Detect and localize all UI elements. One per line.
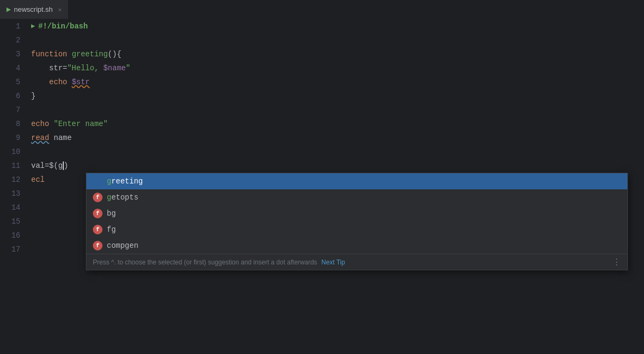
func-icon-getopts: f (93, 193, 103, 202)
hint-dots-button[interactable]: ⋮ (612, 257, 621, 267)
string-close: " (126, 61, 130, 75)
string-hello: "Hello, (67, 61, 103, 75)
item-fg-text: fg (107, 225, 116, 234)
line-numbers: 1 2 3 4 5 6 7 8 9 10 11 12 13 14 15 16 1… (0, 19, 27, 354)
line-num-1: 1 (4, 19, 20, 33)
echo-kw-5: echo (49, 75, 72, 89)
code-line-9: read name (31, 131, 644, 145)
code-line-10 (31, 145, 644, 159)
line-num-12: 12 (4, 173, 20, 187)
indent: str= (31, 61, 67, 75)
code-line-5: echo $str (31, 75, 644, 89)
item-greeting-text: greeting (107, 177, 143, 186)
highlight-g2: g (107, 193, 111, 202)
line-num-6: 6 (4, 89, 20, 103)
autocomplete-item-bg[interactable]: f bg (86, 205, 627, 222)
item-getopts-text: getopts (107, 193, 138, 202)
item-compgen-text: compgen (107, 241, 138, 250)
code-line-4: str="Hello, $name" (31, 61, 644, 75)
tab-filename: newscript.sh (14, 5, 53, 13)
var-name: $name (103, 61, 126, 75)
func-icon-fg: f (93, 225, 103, 234)
fn-parens: (){ (108, 47, 121, 61)
autocomplete-item-compgen[interactable]: f compgen (86, 238, 627, 254)
var-str: $str (72, 75, 90, 89)
echo-kw-8: echo (31, 117, 54, 131)
tab-close-button[interactable]: × (58, 6, 61, 13)
tab-bar: ▶ newscript.sh × (0, 0, 644, 19)
close-brace: } (31, 89, 35, 103)
item-bg-text: bg (107, 209, 116, 218)
line-num-17: 17 (4, 242, 20, 256)
typed-g: g (58, 159, 62, 173)
line-num-8: 8 (4, 117, 20, 131)
line-num-4: 4 (4, 61, 20, 75)
code-area[interactable]: ▶ #!/bin/bash function greeting(){ str="… (27, 19, 644, 354)
string-enter-name: "Enter name" (54, 117, 108, 131)
line-num-2: 2 (4, 33, 20, 47)
line-num-5: 5 (4, 75, 20, 89)
line-num-9: 9 (4, 131, 20, 145)
run-indicator: ▶ (31, 19, 35, 33)
close-paren: ) (64, 159, 68, 173)
editor: 1 2 3 4 5 6 7 8 9 10 11 12 13 14 15 16 1… (0, 19, 644, 354)
autocomplete-item-getopts[interactable]: f getopts (86, 189, 627, 205)
autocomplete-dropdown[interactable]: greeting f getopts f bg f fg f compgen (86, 173, 628, 270)
line-num-3: 3 (4, 47, 20, 61)
code-line-11: val=$(g) (31, 159, 644, 173)
code-line-3: function greeting(){ (31, 47, 644, 61)
hint-text: Press ^. to choose the selected (or firs… (93, 259, 317, 266)
code-line-2 (31, 33, 644, 47)
autocomplete-item-fg[interactable]: f fg (86, 222, 627, 238)
file-tab[interactable]: ▶ newscript.sh × (0, 0, 69, 19)
line-num-7: 7 (4, 103, 20, 117)
autocomplete-item-greeting[interactable]: greeting (86, 173, 627, 189)
run-icon: ▶ (6, 6, 11, 13)
line-num-10: 10 (4, 145, 20, 159)
echo-partial: ecl (31, 173, 45, 187)
code-line-7 (31, 103, 644, 117)
line-num-11: 11 (4, 159, 20, 173)
line-num-13: 13 (4, 187, 20, 201)
read-kw: read (31, 131, 49, 145)
line-num-14: 14 (4, 201, 20, 215)
space-name: name (49, 131, 72, 145)
autocomplete-hint-bar: Press ^. to choose the selected (or firs… (86, 254, 627, 270)
func-icon-bg: f (93, 209, 103, 218)
shebang-text: #!/bin/bash (38, 19, 87, 33)
next-tip-button[interactable]: Next Tip (321, 259, 345, 266)
val-assign: val=$( (31, 159, 58, 173)
indent2 (31, 75, 49, 89)
code-line-8: echo "Enter name" (31, 117, 644, 131)
line-num-16: 16 (4, 228, 20, 242)
code-line-6: } (31, 89, 644, 103)
highlight-g: g (107, 177, 111, 186)
fn-name-greeting: greeting (72, 47, 108, 61)
keyword-function: function (31, 47, 72, 61)
code-line-1: ▶ #!/bin/bash (31, 19, 644, 33)
func-icon-compgen: f (93, 241, 103, 250)
line-num-15: 15 (4, 215, 20, 228)
